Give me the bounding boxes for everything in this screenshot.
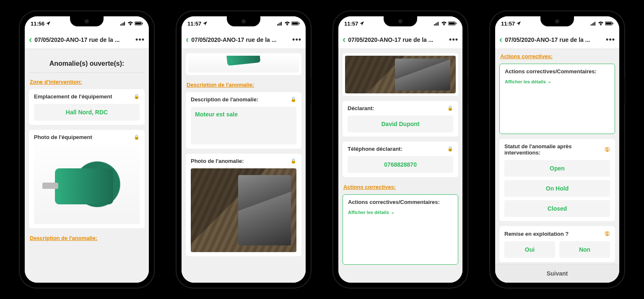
back-chevron-icon[interactable]: ‹ bbox=[499, 34, 502, 45]
phone-mockup-3: 11:57 ‹ 07/05/2020-ANO-17 rue de la ... … bbox=[333, 11, 467, 288]
svg-rect-23 bbox=[456, 23, 457, 24]
app-bar: ‹ 07/05/2020-ANO-17 rue de la ... ••• bbox=[338, 31, 462, 49]
svg-rect-8 bbox=[277, 24, 278, 26]
back-chevron-icon[interactable]: ‹ bbox=[186, 34, 189, 45]
required-icon: ① bbox=[605, 230, 610, 237]
description-value: Moteur est sale bbox=[191, 107, 296, 144]
section-description-anomalie[interactable]: Description de l'anomalie: bbox=[186, 80, 301, 92]
remise-option-non[interactable]: Non bbox=[559, 241, 610, 258]
svg-rect-7 bbox=[142, 23, 143, 24]
more-options-icon[interactable]: ••• bbox=[606, 35, 615, 44]
card-description: Description de l'anomalie: 🔒 Moteur est … bbox=[186, 92, 301, 149]
svg-rect-26 bbox=[593, 23, 594, 26]
appbar-title: 07/05/2020-ANO-17 rue de la ... bbox=[348, 36, 447, 43]
svg-rect-9 bbox=[278, 23, 279, 26]
more-options-icon[interactable]: ••• bbox=[292, 35, 301, 44]
svg-rect-11 bbox=[281, 22, 282, 26]
svg-rect-14 bbox=[292, 23, 298, 25]
signal-icon bbox=[120, 21, 126, 26]
card-remise: Remise en exploitation ? ① Oui Non bbox=[499, 226, 615, 262]
svg-rect-2 bbox=[123, 23, 124, 26]
actions-input-area[interactable] bbox=[348, 218, 453, 260]
remise-label: Remise en exploitation ? bbox=[504, 231, 569, 237]
status-time: 11:56 bbox=[31, 21, 44, 27]
section-actions-correctives[interactable]: Actions correctives: bbox=[499, 53, 615, 64]
content-area[interactable]: Description de l'anomalie: Description d… bbox=[182, 49, 306, 283]
status-option-open[interactable]: Open bbox=[504, 160, 610, 177]
declarant-value: David Dupont bbox=[348, 116, 453, 132]
more-options-icon[interactable]: ••• bbox=[449, 35, 458, 44]
svg-rect-15 bbox=[299, 23, 300, 24]
signal-icon bbox=[277, 21, 283, 26]
svg-point-12 bbox=[287, 25, 288, 26]
svg-rect-18 bbox=[436, 23, 437, 26]
wifi-icon bbox=[284, 21, 290, 26]
more-options-icon[interactable]: ••• bbox=[135, 35, 145, 44]
svg-rect-25 bbox=[592, 23, 593, 26]
svg-rect-31 bbox=[613, 23, 613, 24]
appbar-title: 07/05/2020-ANO-17 rue de la ... bbox=[34, 36, 133, 43]
actions-label: Actions correctives/Commentaires: bbox=[505, 68, 597, 75]
equipment-photo-partial[interactable] bbox=[188, 56, 299, 72]
back-chevron-icon[interactable]: ‹ bbox=[343, 34, 345, 45]
svg-rect-6 bbox=[135, 23, 141, 25]
status-option-onhold[interactable]: On Hold bbox=[504, 180, 610, 197]
remise-option-oui[interactable]: Oui bbox=[504, 241, 555, 258]
phone-notch bbox=[540, 16, 574, 26]
svg-point-4 bbox=[130, 25, 131, 26]
lock-icon: 🔒 bbox=[447, 106, 453, 111]
svg-rect-19 bbox=[438, 22, 439, 26]
card-photo-partial bbox=[186, 53, 301, 75]
content-area[interactable]: Actions correctives: Actions correctives… bbox=[495, 49, 619, 283]
lock-icon: 🔒 bbox=[134, 94, 140, 99]
required-icon: ① bbox=[605, 146, 610, 153]
back-chevron-icon[interactable]: ‹ bbox=[29, 34, 32, 45]
section-actions-correctives[interactable]: Actions correctives: bbox=[343, 182, 458, 194]
page-title: Anomalie(s) ouverte(s): bbox=[29, 53, 145, 73]
app-bar: ‹ 07/05/2020-ANO-17 rue de la ... ••• bbox=[182, 31, 306, 49]
signal-icon bbox=[591, 21, 597, 26]
battery-icon bbox=[291, 21, 300, 26]
card-actions-correctives[interactable]: Actions correctives/Commentaires: Affich… bbox=[343, 194, 458, 265]
card-telephone: Téléphone déclarant: 🔒 0768828870 bbox=[343, 142, 458, 177]
chevron-down-icon: ⌄ bbox=[548, 79, 551, 84]
card-actions-correctives[interactable]: Actions correctives/Commentaires: Affich… bbox=[499, 64, 615, 134]
svg-rect-22 bbox=[449, 23, 455, 25]
svg-rect-1 bbox=[122, 23, 122, 26]
telephone-value: 0768828870 bbox=[348, 156, 453, 173]
anomalie-photo-partial[interactable] bbox=[345, 56, 456, 93]
battery-icon bbox=[605, 21, 613, 26]
anomalie-photo[interactable] bbox=[191, 168, 296, 252]
wifi-icon bbox=[127, 21, 133, 26]
actions-input-area[interactable] bbox=[505, 88, 610, 129]
details-toggle[interactable]: Afficher les détails ⌄ bbox=[505, 79, 610, 84]
location-arrow-icon bbox=[517, 21, 521, 26]
equipment-photo[interactable] bbox=[34, 144, 140, 224]
svg-rect-27 bbox=[595, 22, 595, 26]
status-time: 11:57 bbox=[187, 21, 201, 27]
wifi-icon bbox=[598, 21, 604, 26]
chevron-down-icon: ⌄ bbox=[391, 209, 395, 215]
card-photo-anomalie: Photo de l'anomalie: 🔒 bbox=[186, 154, 301, 256]
next-button[interactable]: Suivant bbox=[495, 264, 619, 283]
card-location: Emplacement de l'équipement 🔒 Hall Nord,… bbox=[29, 89, 145, 125]
content-area[interactable]: Déclarant: 🔒 David Dupont Téléphone décl… bbox=[338, 49, 462, 283]
phone-mockup-4: 11:57 ‹ 07/05/2020-ANO-17 rue de la ... … bbox=[490, 11, 624, 288]
location-label: Emplacement de l'équipement bbox=[34, 93, 112, 100]
section-zone-intervention[interactable]: Zone d'intervention: bbox=[29, 77, 145, 89]
card-photo-partial bbox=[343, 53, 458, 96]
battery-icon bbox=[135, 21, 143, 26]
battery-icon bbox=[448, 21, 457, 26]
details-toggle[interactable]: Afficher les détails ⌄ bbox=[348, 209, 453, 215]
section-description-anomalie[interactable]: Description de l'anomalie: bbox=[29, 233, 145, 245]
svg-rect-0 bbox=[120, 24, 121, 26]
card-photo-equipment: Photo de l'équipement 🔒 bbox=[29, 130, 145, 228]
lock-icon: 🔒 bbox=[291, 97, 296, 102]
status-option-closed[interactable]: Closed bbox=[504, 200, 610, 217]
actions-label: Actions correctives/Commentaires: bbox=[348, 199, 440, 205]
content-area[interactable]: Anomalie(s) ouverte(s): Zone d'intervent… bbox=[25, 49, 149, 283]
phone-notch bbox=[70, 16, 104, 26]
photo-equipment-label: Photo de l'équipement bbox=[34, 134, 92, 140]
location-arrow-icon bbox=[46, 21, 50, 26]
phone-notch bbox=[227, 16, 260, 26]
